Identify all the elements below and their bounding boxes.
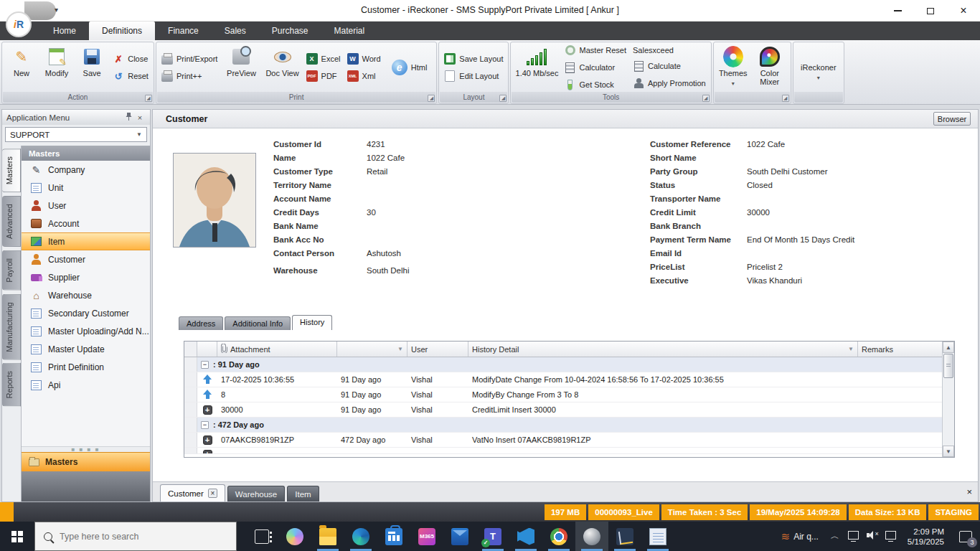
ribbon-tab-finance[interactable]: Finance xyxy=(155,22,212,40)
sidebar-item-warehouse[interactable]: ⌂Warehouse xyxy=(22,286,150,304)
calculate-button[interactable]: Calculate xyxy=(631,60,708,72)
vscode-button[interactable] xyxy=(509,522,542,551)
teams-button[interactable]: T xyxy=(476,522,509,551)
close-button[interactable]: × xyxy=(947,0,980,22)
themes-button[interactable]: Themes▾ xyxy=(717,44,750,90)
excel-button[interactable]: XExcel xyxy=(304,52,343,65)
table-row[interactable]: +07AAKCB9819R1ZP472 Day agoVishalVatNo I… xyxy=(184,433,942,448)
tab-additional-info[interactable]: Additional Info xyxy=(225,316,291,330)
xml-button[interactable]: XMLXml xyxy=(345,70,383,83)
tools-dialog-launcher[interactable]: ◢ xyxy=(702,95,710,102)
sidebar-item-api[interactable]: Api xyxy=(22,376,150,394)
sidebar-item-print-definition[interactable]: Print Definition xyxy=(22,358,150,376)
sidebar-item-user[interactable]: User xyxy=(22,197,150,215)
tablet-icon[interactable] xyxy=(844,531,863,542)
sidebar-item-item[interactable]: Item xyxy=(22,232,150,250)
print-dialog-launcher[interactable]: ◢ xyxy=(428,95,435,102)
layout-dialog-launcher[interactable]: ◢ xyxy=(499,95,507,102)
apply-promotion-button[interactable]: Apply Promotion xyxy=(631,77,708,90)
sidebar-item-account[interactable]: Account xyxy=(22,215,150,232)
print-export-button[interactable]: Print/Export xyxy=(159,52,220,65)
color-mixer-button[interactable]: Color Mixer xyxy=(752,44,788,90)
get-stock-button[interactable]: Get Stock xyxy=(562,78,628,91)
weather-widget[interactable]: ≋ Air q... xyxy=(774,530,826,543)
sidebar-item-supplier[interactable]: Supplier xyxy=(22,268,150,286)
speaker-muted-icon[interactable]: × xyxy=(863,530,882,542)
vertical-tab-manufacturing[interactable]: Manufacturing xyxy=(2,294,21,360)
start-button[interactable] xyxy=(0,522,34,551)
ssms-button[interactable] xyxy=(608,522,641,551)
sidebar-item-master-uploading-add-n-[interactable]: Master Uploading/Add N... xyxy=(22,322,150,340)
calculator-button[interactable]: Calculator xyxy=(562,61,628,74)
tray-chevron-icon[interactable]: ︿ xyxy=(826,530,844,542)
close-record-button[interactable]: ✗Close xyxy=(110,52,151,65)
master-reset-button[interactable]: Master Reset xyxy=(562,44,628,57)
sidebar-item-unit[interactable]: Unit xyxy=(22,179,150,197)
ireckoner-menu-button[interactable]: iReckoner▾ xyxy=(796,44,841,90)
outlook-button[interactable] xyxy=(443,522,476,551)
network-icon[interactable] xyxy=(882,531,900,542)
notepad-button[interactable] xyxy=(641,522,674,551)
pin-icon[interactable] xyxy=(123,113,134,122)
browser-button[interactable]: Browser xyxy=(933,112,971,126)
ribbon-tab-sales[interactable]: Sales xyxy=(212,22,259,40)
collapse-icon[interactable]: − xyxy=(201,361,209,369)
strip-close-icon[interactable]: × xyxy=(966,486,972,497)
history-detail-column-header[interactable]: History Detail▼ xyxy=(468,342,858,357)
doc-view-button[interactable]: Doc View xyxy=(263,44,302,90)
app-logo[interactable]: iR xyxy=(6,11,32,37)
scroll-down-icon[interactable]: ▼ xyxy=(943,446,954,457)
edge-button[interactable] xyxy=(344,522,377,551)
action-dialog-launcher[interactable]: ◢ xyxy=(145,95,152,102)
ribbon-tab-purchase[interactable]: Purchase xyxy=(259,22,321,40)
table-row[interactable]: 891 Day agoVishalModifyBy Change From 3 … xyxy=(184,387,942,402)
edit-layout-button[interactable]: Edit Layout xyxy=(442,70,505,83)
search-box[interactable] xyxy=(34,522,237,551)
sidebar-item-master-update[interactable]: Master Update xyxy=(22,340,150,358)
scroll-up-icon[interactable]: ▲ xyxy=(943,342,954,353)
vertical-tab-payroll[interactable]: Payroll xyxy=(2,250,21,291)
profile-selector[interactable]: SUPPORT ▼ xyxy=(5,127,147,142)
panel-splitter[interactable]: ■ ■ ■ ■ xyxy=(22,446,150,452)
preview-button[interactable]: PreView xyxy=(222,44,260,90)
pdf-button[interactable]: PDFPDF xyxy=(304,70,343,83)
store-button[interactable] xyxy=(377,522,410,551)
doc-tab-customer[interactable]: Customer× xyxy=(160,484,225,501)
doc-tab-item[interactable]: Item xyxy=(287,486,319,501)
attachment-column-header[interactable]: Attachment xyxy=(217,342,337,357)
filter-icon[interactable]: ▼ xyxy=(848,346,854,352)
ribbon-tab-definitions[interactable]: Definitions xyxy=(89,22,155,40)
table-row[interactable]: +3000091 Day agoVishalCreditLimit Insert… xyxy=(184,402,942,418)
table-row[interactable]: 17-02-2025 10:36:5591 Day agoVishalModif… xyxy=(184,372,942,387)
clock[interactable]: 2:09 PM 5/19/2025 xyxy=(900,527,951,547)
reset-button[interactable]: ↺Reset xyxy=(110,70,151,83)
vertical-scrollbar[interactable]: ▲ ▼ xyxy=(942,342,954,457)
sidebar-item-company[interactable]: ✎Company xyxy=(22,161,150,179)
task-view-button[interactable] xyxy=(245,522,278,551)
modify-button[interactable]: Modify xyxy=(40,44,73,90)
print-plus-button[interactable]: Print++ xyxy=(159,70,220,83)
ireckoner-taskbar-button[interactable] xyxy=(575,522,608,551)
ribbon-tab-material[interactable]: Material xyxy=(321,22,377,40)
group-row[interactable]: −: 91 Day ago xyxy=(184,357,942,372)
minimize-button[interactable] xyxy=(881,0,914,22)
html-button[interactable]: eHtml xyxy=(390,59,430,76)
user-column-header[interactable]: User xyxy=(407,342,468,357)
remarks-column-header[interactable]: Remarks xyxy=(858,342,942,357)
scrollbar-thumb[interactable] xyxy=(943,354,953,378)
collapse-icon[interactable]: − xyxy=(201,421,209,429)
vertical-tab-reports[interactable]: Reports xyxy=(2,363,21,407)
age-column-header[interactable]: ▼ xyxy=(337,342,407,357)
sidebar-item-customer[interactable]: Customer xyxy=(22,250,150,268)
m365-button[interactable]: M365 xyxy=(410,522,443,551)
themes-dialog-launcher[interactable]: ◢ xyxy=(782,95,789,102)
ribbon-tab-home[interactable]: Home xyxy=(40,22,89,40)
word-button[interactable]: WWord xyxy=(345,52,383,65)
tab-address[interactable]: Address xyxy=(179,316,223,330)
tab-history[interactable]: History xyxy=(292,315,332,330)
new-button[interactable]: ✎New xyxy=(5,44,38,90)
save-layout-button[interactable]: Save Layout xyxy=(442,52,505,65)
chrome-button[interactable] xyxy=(542,522,575,551)
group-row[interactable]: −: 472 Day ago xyxy=(184,418,942,433)
filter-icon[interactable]: ▼ xyxy=(397,346,403,352)
